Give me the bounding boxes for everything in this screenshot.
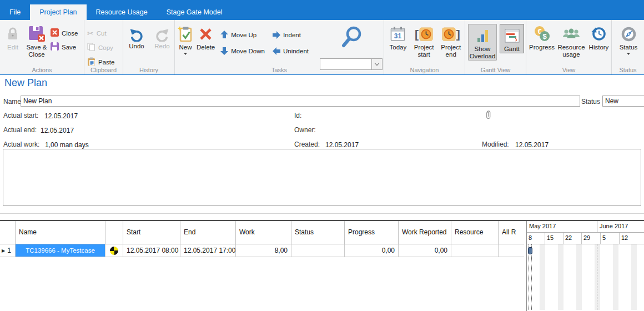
move-up-button[interactable]: Move Up — [220, 29, 265, 41]
edit-button[interactable]: Edit — [3, 24, 23, 51]
header-resource[interactable]: Resource — [451, 221, 499, 244]
header-start[interactable]: Start — [123, 221, 180, 244]
show-overload-button[interactable]: Show Overload — [468, 24, 497, 61]
ribbon-group-gantt-view: Show Overload Gantt Gantt View — [465, 20, 526, 74]
right-bracket-glyph: ] — [456, 28, 460, 40]
cell-work-reported[interactable]: 0,00 — [399, 244, 451, 257]
gantt-panel: May 2017 June 2017 8 15 22 29 5 12 — [526, 221, 644, 311]
header-end[interactable]: End — [180, 221, 236, 244]
owner-label: Owner: — [294, 126, 316, 134]
project-end-icon: ] — [442, 24, 460, 44]
undo-button[interactable]: Undo — [127, 26, 147, 50]
description-field[interactable] — [3, 149, 641, 206]
cell-name[interactable]: TC139666 - MyTestcase — [16, 244, 105, 257]
tab-file[interactable]: File — [0, 4, 30, 20]
gantt-week-tick: 15 — [545, 233, 564, 244]
undo-icon — [129, 26, 144, 43]
left-bracket-glyph: [ — [415, 28, 419, 40]
gantt-week-tick: 22 — [564, 233, 582, 244]
search-icon[interactable] — [339, 24, 364, 53]
cell-work[interactable]: 8,00 — [236, 244, 291, 257]
save-button[interactable]: Save — [51, 41, 78, 53]
today-label: Today — [390, 44, 407, 51]
paste-button[interactable]: Paste — [87, 56, 114, 68]
compass-icon — [621, 24, 637, 44]
name-input[interactable] — [21, 96, 580, 107]
undo-label: Undo — [129, 43, 144, 50]
header-work[interactable]: Work — [236, 221, 291, 244]
cut-button[interactable]: ✂ Cut — [87, 27, 114, 39]
show-overload-label: Show Overload — [470, 46, 496, 60]
status-button[interactable]: Status — [616, 24, 641, 55]
save-close-label: Save & Close — [23, 44, 51, 58]
cell-all-resources[interactable] — [499, 244, 524, 257]
resource-usage-button[interactable]: Resource usage — [556, 24, 586, 58]
project-end-label: Project end — [439, 44, 463, 58]
gantt-month-header: May 2017 June 2017 — [527, 221, 644, 233]
copy-button[interactable]: Copy — [87, 42, 114, 53]
content-grid-splitter[interactable] — [0, 213, 644, 214]
header-name[interactable]: Name — [16, 221, 105, 244]
close-button[interactable]: Close — [51, 27, 78, 39]
gantt-week-tick: 29 — [582, 233, 601, 244]
header-progress[interactable]: Progress — [345, 221, 399, 244]
ribbon-group-status: Status Status — [612, 20, 644, 74]
name-label: Name — [3, 98, 21, 106]
close-icon — [51, 28, 59, 38]
paste-icon — [87, 57, 95, 67]
clipboard-group-label: Clipboard — [84, 67, 123, 73]
view-group-label: View — [526, 67, 611, 73]
cut-label: Cut — [97, 30, 107, 37]
task-table: Name Start End Work Status Progress Work… — [0, 221, 524, 257]
gantt-task-bar[interactable] — [528, 247, 532, 254]
header-all-resources[interactable]: All R — [499, 221, 524, 244]
tab-resource-usage[interactable]: Resource Usage — [87, 4, 157, 20]
project-start-label: Project start — [411, 44, 437, 58]
navigation-group-label: Navigation — [384, 67, 465, 73]
history-clock-icon — [591, 24, 606, 44]
ribbon-group-clipboard: ✂ Cut Copy Paste Clipboard — [84, 20, 123, 74]
header-type-icon[interactable] — [105, 221, 123, 244]
actual-work-value: 1,00 man days — [45, 141, 89, 149]
gantt-button[interactable]: Gantt — [500, 24, 524, 53]
task-grid: Name Start End Work Status Progress Work… — [0, 220, 644, 311]
gantt-view-group-label: Gantt View — [465, 67, 526, 73]
paperclip-icon[interactable] — [485, 109, 492, 122]
cell-status[interactable] — [291, 244, 345, 257]
row-marker-icon: ▶ — [2, 248, 5, 253]
actual-start-value: 12.05.2017 — [44, 112, 78, 120]
history-group-label: History — [123, 67, 174, 73]
unindent-button[interactable]: Unindent — [273, 45, 309, 57]
header-status[interactable]: Status — [291, 221, 345, 244]
save-and-close-button[interactable]: Save & Close — [23, 24, 51, 58]
delete-task-button[interactable]: Delete — [197, 24, 215, 51]
unindent-label: Unindent — [283, 48, 309, 54]
table-row[interactable]: ▶ 1 TC139666 - MyTestcase 12.05.2017 08:… — [0, 244, 524, 257]
status-input[interactable] — [602, 96, 644, 107]
cell-progress[interactable]: 0,00 — [345, 244, 399, 257]
today-button[interactable]: 31 Today — [387, 24, 409, 51]
cell-resource[interactable] — [451, 244, 499, 257]
progress-button[interactable]: €$ Progress — [529, 24, 555, 51]
redo-button[interactable]: Redo — [152, 26, 172, 50]
tab-stage-gate-model[interactable]: Stage Gate Model — [157, 4, 232, 20]
project-end-button[interactable]: ] Project end — [439, 24, 463, 58]
coins-icon: €$ — [534, 24, 551, 44]
gantt-week-tick: 12 — [620, 233, 644, 244]
history-button[interactable]: History — [588, 24, 610, 51]
move-down-button[interactable]: Move Down — [220, 45, 265, 57]
arrow-left-icon — [273, 47, 280, 55]
gantt-week-tick: 5 — [601, 233, 620, 244]
project-start-button[interactable]: [ Project start — [411, 24, 437, 58]
cell-end[interactable]: 12.05.2017 17:00 — [180, 244, 236, 257]
new-task-button[interactable]: New — [178, 24, 193, 55]
header-work-reported[interactable]: Work Reported — [399, 221, 451, 244]
cell-start[interactable]: 12.05.2017 08:00 — [123, 244, 180, 257]
indent-button[interactable]: Indent — [273, 29, 309, 41]
ribbon-tab-bar: File Project Plan Resource Usage Stage G… — [0, 0, 644, 20]
close-label: Close — [62, 30, 78, 37]
tab-project-plan[interactable]: Project Plan — [30, 4, 86, 20]
row-indicator-cell: ▶ 1 — [0, 244, 16, 257]
actual-end-label: Actual end: — [3, 126, 37, 134]
application-window: File Project Plan Resource Usage Stage G… — [0, 0, 644, 311]
